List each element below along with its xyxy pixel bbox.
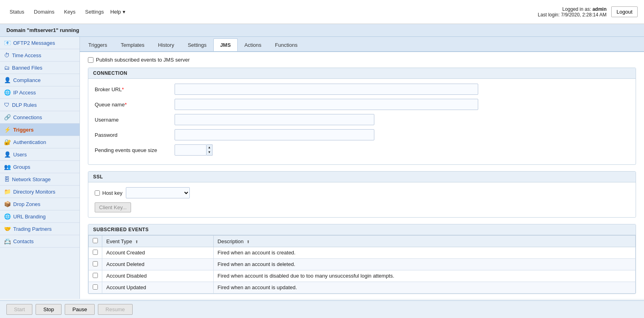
top-nav: Status Domains Keys Settings Help ▾ Logg…	[0, 0, 644, 24]
row-checkbox-0[interactable]	[93, 250, 98, 255]
row-checkbox-2[interactable]	[93, 273, 98, 278]
row-event-type: Account Updated	[102, 282, 214, 294]
event-type-sort-icon: ⬆	[135, 240, 138, 244]
sidebar-item-network-storage[interactable]: 🗄Network Storage	[0, 173, 80, 186]
sidebar-item-directory-monitors[interactable]: 📁Directory Monitors	[0, 186, 80, 198]
sidebar-item-compliance[interactable]: 👤Compliance	[0, 74, 80, 86]
row-description: Fired when account is disabled due to to…	[213, 270, 635, 282]
tab-actions[interactable]: Actions	[238, 38, 268, 51]
sidebar-item-groups[interactable]: 👥Groups	[0, 161, 80, 173]
authentication-icon: 🔐	[4, 139, 11, 145]
tab-functions[interactable]: Functions	[268, 38, 304, 51]
description-sort-icon: ⬆	[246, 240, 250, 244]
connection-body: Broker URL* Queue name* Username	[88, 79, 636, 164]
password-input[interactable]	[175, 129, 374, 140]
client-key-button[interactable]: Client Key...	[95, 202, 131, 212]
sidebar-item-authentication[interactable]: 🔐Authentication	[0, 136, 80, 148]
row-description: Fired when an account is created.	[213, 247, 635, 259]
sidebar-item-users[interactable]: 👤Users	[0, 148, 80, 161]
row-check-cell	[89, 247, 102, 259]
row-event-type: Account Disabled	[102, 270, 214, 282]
compliance-icon: 👤	[4, 77, 11, 83]
tab-history[interactable]: History	[151, 38, 181, 51]
users-icon: 👤	[4, 151, 11, 158]
username-input[interactable]	[175, 114, 374, 125]
nav-help[interactable]: Help ▾	[110, 9, 125, 15]
row-check-cell	[89, 282, 102, 294]
sidebar-item-label: Time Access	[12, 52, 41, 58]
sidebar-item-ip-access[interactable]: 🌐IP Access	[0, 86, 80, 99]
host-key-label: Host key	[102, 190, 123, 196]
host-key-row: Host key	[95, 187, 629, 198]
sidebar-item-trading-partners[interactable]: 🤝Trading Partners	[0, 223, 80, 235]
trading-partners-icon: 🤝	[4, 226, 11, 232]
sidebar-item-connections[interactable]: 🔗Connections	[0, 111, 80, 124]
header-check	[89, 236, 102, 247]
row-checkbox-1[interactable]	[93, 261, 98, 266]
spinner-buttons[interactable]: ▲ ▼	[207, 144, 213, 156]
nav-status[interactable]: Status	[6, 7, 28, 16]
queue-name-row: Queue name*	[95, 99, 629, 110]
nav-keys[interactable]: Keys	[61, 7, 79, 16]
row-checkbox-3[interactable]	[93, 284, 98, 290]
ip-access-icon: 🌐	[4, 89, 11, 96]
publish-label: Publish subscribed events to JMS server	[96, 57, 190, 63]
sidebar-item-banned-files[interactable]: 🗂Banned Files	[0, 62, 80, 74]
tab-templates[interactable]: Templates	[114, 38, 151, 51]
pending-queue-input[interactable]: 10000	[175, 144, 207, 156]
sidebar-item-triggers[interactable]: ⚡Triggers	[0, 124, 80, 136]
sidebar-item-label: Compliance	[13, 77, 41, 83]
row-event-type: Account Deleted	[102, 259, 214, 270]
sidebar-item-label: URL Branding	[13, 214, 46, 220]
sidebar-item-label: Authentication	[13, 139, 46, 145]
spinner-up-icon[interactable]: ▲	[207, 145, 212, 150]
table-row: Account Created Fired when an account is…	[89, 247, 636, 259]
nav-links: Status Domains Keys Settings Help ▾	[6, 7, 125, 16]
sidebar-item-label: Users	[13, 152, 27, 158]
tab-jms[interactable]: JMS	[213, 38, 238, 51]
subscribed-events-body: Event Type ⬆ Description ⬆	[88, 235, 636, 294]
time-access-icon: ⏱	[4, 52, 10, 58]
sidebar-item-drop-zones[interactable]: 📦Drop Zones	[0, 198, 80, 210]
drop-zones-icon: 📦	[4, 201, 11, 207]
sidebar-item-url-branding[interactable]: 🌐URL Branding	[0, 210, 80, 223]
select-all-checkbox[interactable]	[93, 238, 98, 243]
sidebar-item-label: IP Access	[13, 90, 36, 96]
tab-triggers[interactable]: Triggers	[81, 38, 114, 51]
header-event-type[interactable]: Event Type ⬆	[102, 236, 214, 247]
spinner-down-icon[interactable]: ▼	[207, 150, 212, 155]
row-description: Fired when an account is deleted.	[213, 259, 635, 270]
nav-settings[interactable]: Settings	[82, 7, 107, 16]
ssl-body: Host key Client Key...	[88, 182, 636, 217]
sidebar-item-label: Connections	[13, 114, 42, 120]
sidebar-item-dlp-rules[interactable]: 🛡DLP Rules	[0, 99, 80, 111]
row-check-cell	[89, 259, 102, 270]
oftp2-icon: 📧	[4, 40, 11, 46]
events-tbody: Account Created Fired when an account is…	[89, 247, 636, 294]
row-check-cell	[89, 270, 102, 282]
publish-checkbox[interactable]	[88, 57, 93, 63]
host-key-checkbox-wrapper: Host key	[95, 190, 123, 196]
user-area: Logged in as: admin Last login: 7/9/2020…	[538, 6, 638, 18]
sidebar-item-oftp2[interactable]: 📧OFTP2 Messages	[0, 37, 80, 49]
host-key-checkbox[interactable]	[95, 190, 100, 196]
sidebar-item-contacts[interactable]: 📇Contacts	[0, 235, 80, 248]
domain-banner: Domain "mftserver1" running	[0, 24, 644, 37]
row-description: Fired when an account is updated.	[213, 282, 635, 294]
sidebar-item-label: Triggers	[13, 127, 34, 133]
logout-button[interactable]: Logout	[611, 6, 638, 17]
queue-name-input[interactable]	[175, 99, 478, 110]
sidebar-item-label: Directory Monitors	[13, 189, 55, 195]
client-key-row: Client Key...	[95, 202, 629, 212]
publish-row: Publish subscribed events to JMS server	[88, 57, 636, 63]
jms-content: Publish subscribed events to JMS server …	[80, 52, 644, 299]
pending-queue-spinner: 10000 ▲ ▼	[175, 144, 213, 156]
nav-domains[interactable]: Domains	[31, 7, 58, 16]
header-description[interactable]: Description ⬆	[213, 236, 635, 247]
sidebar-item-time-access[interactable]: ⏱Time Access	[0, 49, 80, 62]
table-row: Account Updated Fired when an account is…	[89, 282, 636, 294]
host-key-select[interactable]	[126, 187, 190, 198]
broker-url-input[interactable]	[175, 84, 478, 95]
tab-settings[interactable]: Settings	[181, 38, 213, 51]
connection-section: CONNECTION Broker URL* Queue name*	[88, 68, 636, 165]
